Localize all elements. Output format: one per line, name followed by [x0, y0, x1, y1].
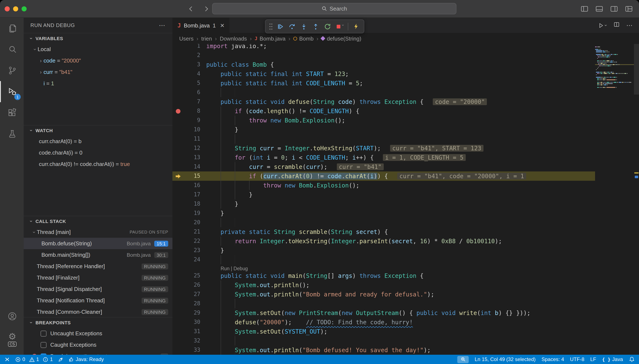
thread-row[interactable]: Thread [Finalizer]RUNNING [24, 272, 172, 283]
breadcrumb-item[interactable]: Users [179, 35, 194, 42]
toggle-secondary-sidebar-icon[interactable] [610, 4, 618, 13]
checkbox[interactable] [41, 342, 47, 348]
code-line-2[interactable]: 2 [172, 51, 595, 60]
cursor-position[interactable]: Ln 15, Col 49 (32 selected) [475, 356, 536, 362]
run-java-button[interactable]: › [598, 22, 607, 28]
gutter-glyph-margin[interactable] [172, 327, 183, 336]
gutter-glyph-margin[interactable] [172, 336, 183, 346]
close-window-button[interactable] [5, 6, 10, 11]
sidebar-item-run-debug[interactable]: 1 [0, 81, 24, 102]
eol-indicator[interactable]: LF [590, 356, 596, 362]
code-line-11[interactable]: 11 [172, 134, 595, 144]
thread-row[interactable]: Thread [Signal Dispatcher]RUNNING [24, 283, 172, 295]
step-over-button[interactable] [286, 21, 298, 32]
overview-ruler[interactable] [634, 44, 639, 355]
code-line-25[interactable]: 25 public static void main(String[] args… [172, 271, 595, 280]
gutter-glyph-margin[interactable] [172, 308, 183, 318]
gutter-glyph-margin[interactable] [172, 116, 183, 125]
gutter-glyph-margin[interactable] [172, 190, 183, 199]
gutter-glyph-margin[interactable] [172, 88, 183, 97]
gutter-glyph-margin[interactable] [172, 208, 183, 218]
back-button[interactable] [186, 3, 196, 14]
watch-expression-row[interactable]: curr.charAt(0) != code.charAt(i) = true [24, 158, 172, 170]
variables-header[interactable]: › VARIABLES [24, 33, 172, 44]
java-status[interactable]: Java: Ready [69, 356, 104, 362]
code-line-9[interactable]: 9 throw new Bomb.Explosion(); [172, 116, 595, 125]
toggle-primary-sidebar-icon[interactable] [580, 4, 589, 13]
drag-grip-icon[interactable] [267, 22, 274, 30]
code-line-28[interactable]: 28 [172, 299, 595, 308]
gutter-glyph-margin[interactable] [172, 97, 183, 106]
scope-row-local[interactable]: › Local [24, 44, 172, 55]
continue-button[interactable] [274, 21, 286, 32]
accounts-button[interactable] [0, 306, 24, 327]
gutter-glyph-margin[interactable] [172, 125, 183, 134]
hot-code-replace-button[interactable] [350, 21, 362, 32]
gutter-glyph-margin[interactable] [172, 199, 183, 208]
step-into-button[interactable] [298, 21, 310, 32]
language-indicator[interactable]: { } Java [602, 356, 623, 362]
code-line-26[interactable]: 26 System.out.println(); [172, 280, 595, 290]
code-line-18[interactable]: 18 } [172, 199, 595, 208]
variable-row-code[interactable]: ›code = "20000" [24, 55, 172, 66]
gutter-glyph-margin[interactable] [172, 255, 183, 264]
thread-row[interactable]: Thread [Reference Handler]RUNNING [24, 260, 172, 272]
stack-frame-row[interactable]: Bomb.defuse(String)Bomb.java15:1 [24, 238, 172, 249]
code-line-17[interactable]: 17 } [172, 190, 595, 199]
variable-row-curr[interactable]: ›curr = "b41" [24, 66, 172, 78]
code-line-30[interactable]: 30 defuse("20000"); // TODO: Find the co… [172, 318, 595, 327]
code-line-32[interactable]: 32 [172, 336, 595, 346]
gutter-glyph-margin[interactable] [172, 280, 183, 290]
notifications-button[interactable] [629, 356, 635, 362]
thread-row-main[interactable]: ›Thread [main]PAUSED ON STEP [24, 226, 172, 238]
code-line-5[interactable]: 5 public static final int CODE_LENGTH = … [172, 78, 595, 88]
gutter-glyph-margin[interactable] [172, 236, 183, 246]
checkbox[interactable] [41, 330, 47, 336]
sidebar-item-source-control[interactable] [0, 60, 24, 81]
encoding-indicator[interactable]: UTF-8 [570, 356, 584, 362]
sidebar-item-extensions[interactable] [0, 102, 24, 123]
code-line-27[interactable]: 27 System.out.println("Bomb armed and re… [172, 290, 595, 299]
gutter-glyph-margin[interactable] [172, 162, 183, 172]
code-line-4[interactable]: 4 public static final int START = 123; [172, 69, 595, 78]
chevron-down-icon[interactable]: › [341, 24, 345, 28]
settings-button[interactable]: ⚙ CS [0, 327, 24, 351]
code-line-22[interactable]: 22 return Integer.toHexString(Integer.pa… [172, 236, 595, 246]
code-line-3[interactable]: 3public class Bomb { [172, 60, 595, 69]
checkbox[interactable]: ✓ [41, 353, 47, 355]
code-line-13[interactable]: 13 for (int i = 0; i < CODE_LENGTH; i++)… [172, 153, 595, 162]
breadcrumb-item[interactable]: Downloads [220, 35, 247, 42]
close-icon[interactable]: ✕ [220, 22, 225, 28]
gutter-glyph-margin[interactable] [172, 271, 183, 280]
forward-button[interactable] [201, 3, 211, 14]
stack-frame-row[interactable]: Bomb.main(String[])Bomb.java30:1 [24, 249, 172, 260]
minimap[interactable] [595, 44, 634, 355]
tab-bomb-java[interactable]: J Bomb.java 1 ✕ [172, 18, 230, 33]
sidebar-item-testing[interactable] [0, 123, 24, 144]
gutter-glyph-margin[interactable] [172, 51, 183, 60]
gutter-glyph-margin[interactable] [172, 153, 183, 162]
breadcrumb-item[interactable]: defuse(String) [322, 35, 361, 42]
debug-status[interactable] [58, 356, 63, 362]
minimize-window-button[interactable] [13, 6, 18, 11]
scrollbar-slider[interactable] [634, 44, 639, 94]
zoom-indicator[interactable] [458, 356, 469, 363]
toggle-panel-icon[interactable] [595, 4, 603, 13]
code-line-1[interactable]: 1import java.io.*; [172, 44, 595, 51]
code-line-7[interactable]: 7 public static void defuse(String code)… [172, 97, 595, 106]
gutter-glyph-margin[interactable] [172, 290, 183, 299]
code-line-21[interactable]: 21 private static String scramble(String… [172, 227, 595, 236]
breakpoint-row[interactable]: Caught Exceptions [24, 339, 172, 350]
gutter-glyph-margin[interactable] [172, 218, 183, 227]
call-stack-header[interactable]: › CALL STACK [24, 216, 172, 226]
breakpoint-row[interactable]: Uncaught Exceptions [24, 328, 172, 339]
customize-layout-icon[interactable] [625, 4, 633, 13]
gutter-glyph-margin[interactable] [172, 227, 183, 236]
breakpoint-row[interactable]: ✓Bomb.java~/Downloads8 [24, 350, 172, 355]
sidebar-item-search[interactable] [0, 39, 24, 60]
thread-row[interactable]: Thread [Common-Cleaner]RUNNING [24, 306, 172, 317]
gutter-glyph-margin[interactable] [172, 318, 183, 327]
gutter-glyph-margin[interactable] [172, 246, 183, 255]
zoom-window-button[interactable] [22, 6, 27, 11]
restart-button[interactable] [322, 21, 334, 32]
